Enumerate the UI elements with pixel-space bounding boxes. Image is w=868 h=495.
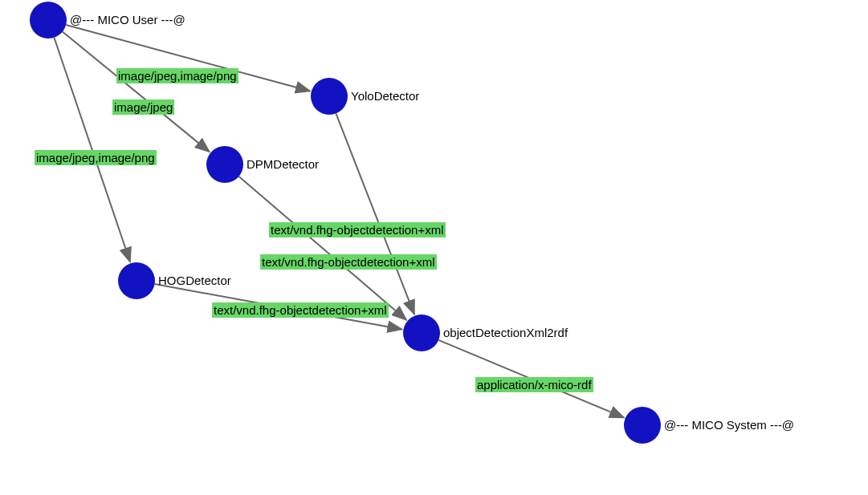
node-mico-user[interactable] — [30, 2, 67, 39]
edge-label-xml2rdf-to-system: application/x-mico-rdf — [475, 377, 593, 392]
edge-label-yolo-to-xml2rdf: text/vnd.fhg-objectdetection+xml — [269, 222, 446, 237]
node-mico-system[interactable] — [624, 407, 661, 444]
edge-label-user-to-dpm: image/jpeg — [112, 99, 174, 115]
svg-line-1 — [63, 32, 210, 152]
node-object-detection-xml2rdf[interactable] — [403, 314, 440, 351]
edge-label-user-to-hog: image/jpeg,image/png — [35, 150, 157, 165]
node-label-mico-user: @--- MICO User ---@ — [70, 13, 185, 26]
node-label-mico-system: @--- MICO System ---@ — [664, 418, 794, 432]
node-hog-detector[interactable] — [118, 262, 155, 299]
node-label-xml2rdf: objectDetectionXml2rdf — [443, 326, 568, 339]
node-label-yolo-detector: YoloDetector — [351, 89, 419, 103]
node-label-hog-detector: HOGDetector — [158, 274, 231, 287]
diagram-canvas[interactable]: @--- MICO User ---@ YoloDetector DPMDete… — [0, 0, 868, 495]
edge-label-dpm-to-xml2rdf: text/vnd.fhg-objectdetection+xml — [260, 254, 437, 270]
svg-line-4 — [239, 176, 407, 320]
edge-label-user-to-yolo: image/jpeg,image/png — [116, 68, 238, 83]
edge-label-hog-to-xml2rdf: text/vnd.fhg-objectdetection+xml — [212, 302, 389, 318]
node-dpm-detector[interactable] — [206, 146, 243, 183]
node-yolo-detector[interactable] — [311, 78, 348, 115]
node-label-dpm-detector: DPMDetector — [247, 157, 319, 171]
svg-line-3 — [336, 113, 414, 314]
